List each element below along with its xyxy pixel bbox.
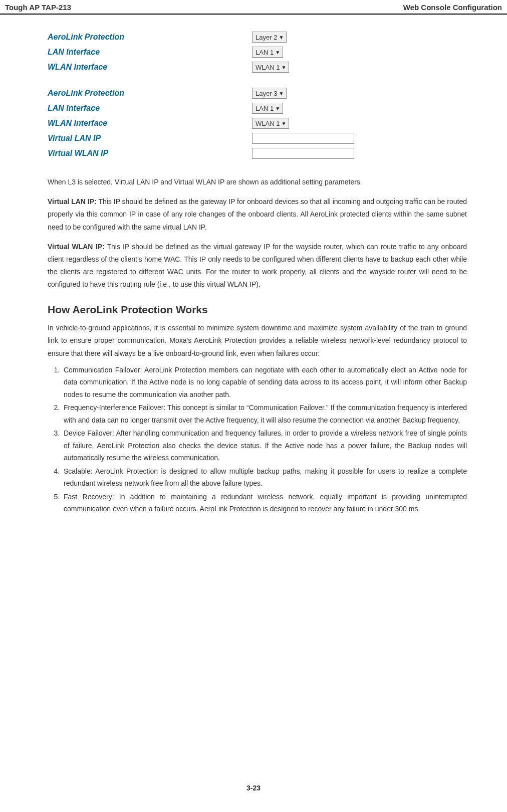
chevron-down-icon: ▼: [275, 106, 280, 111]
field-label: WLAN Interface: [48, 119, 252, 128]
field-label: LAN Interface: [48, 48, 252, 57]
aerolink-protection-select[interactable]: Layer 2 ▼: [252, 32, 287, 43]
header-left: Tough AP TAP-213: [5, 3, 71, 12]
field-label: Virtual LAN IP: [48, 134, 252, 143]
vwlan-label: Virtual WLAN IP:: [48, 243, 105, 251]
chevron-down-icon: ▼: [282, 121, 287, 126]
vlan-label: Virtual LAN IP:: [48, 197, 97, 206]
lan-interface-select[interactable]: LAN 1 ▼: [252, 47, 283, 58]
section-paragraph: In vehicle-to-ground applications, it is…: [48, 322, 467, 360]
wlan-interface-select[interactable]: WLAN 1 ▼: [252, 62, 289, 73]
paragraph-vwlan: Virtual WLAN IP: This IP should be defin…: [48, 241, 467, 291]
list-item: Device Failover: After handling communic…: [62, 427, 467, 464]
form-block-layer3: AeroLink Protection Layer 3 ▼ LAN Interf…: [48, 86, 467, 161]
form-row: Virtual WLAN IP: [48, 146, 467, 161]
list-item: Communication Failover: AeroLink Protect…: [62, 364, 467, 401]
body-text: When L3 is selected, Virtual LAN IP and …: [48, 176, 467, 515]
list-item: Frequency-Interference Failover: This co…: [62, 401, 467, 426]
lan-interface-select[interactable]: LAN 1 ▼: [252, 103, 283, 114]
select-value: LAN 1: [256, 49, 274, 56]
form-row: LAN Interface LAN 1 ▼: [48, 101, 467, 116]
field-label: Virtual WLAN IP: [48, 149, 252, 158]
field-label: AeroLink Protection: [48, 33, 252, 42]
field-label: AeroLink Protection: [48, 89, 252, 98]
form-row: AeroLink Protection Layer 3 ▼: [48, 86, 467, 101]
section-heading: How AeroLink Protection Works: [48, 300, 467, 319]
page: Tough AP TAP-213 Web Console Configurati…: [0, 0, 507, 812]
chevron-down-icon: ▼: [279, 91, 284, 96]
paragraph-vlan: Virtual LAN IP: This IP should be define…: [48, 195, 467, 234]
field-label: WLAN Interface: [48, 63, 252, 72]
chevron-down-icon: ▼: [282, 65, 287, 70]
wlan-interface-select[interactable]: WLAN 1 ▼: [252, 118, 289, 129]
virtual-wlan-ip-input[interactable]: [252, 148, 354, 159]
aerolink-protection-select[interactable]: Layer 3 ▼: [252, 88, 287, 99]
vlan-text: This IP should be defined as the gateway…: [48, 197, 467, 231]
form-block-layer2: AeroLink Protection Layer 2 ▼ LAN Interf…: [48, 30, 467, 75]
paragraph-intro: When L3 is selected, Virtual LAN IP and …: [48, 176, 467, 188]
page-number: 3-23: [0, 784, 507, 792]
list-item: Fast Recovery: In addition to maintainin…: [62, 491, 467, 515]
virtual-lan-ip-input[interactable]: [252, 133, 354, 144]
select-value: Layer 2: [256, 34, 277, 41]
form-row: Virtual LAN IP: [48, 131, 467, 146]
field-label: LAN Interface: [48, 104, 252, 113]
feature-list: Communication Failover: AeroLink Protect…: [48, 364, 467, 515]
chevron-down-icon: ▼: [275, 50, 280, 55]
form-row: WLAN Interface WLAN 1 ▼: [48, 116, 467, 131]
list-item: Scalable: AeroLink Protection is designe…: [62, 465, 467, 490]
content-area: AeroLink Protection Layer 2 ▼ LAN Interf…: [0, 15, 507, 515]
chevron-down-icon: ▼: [279, 35, 284, 40]
form-row: WLAN Interface WLAN 1 ▼: [48, 60, 467, 75]
form-row: AeroLink Protection Layer 2 ▼: [48, 30, 467, 45]
select-value: LAN 1: [256, 105, 274, 112]
select-value: Layer 3: [256, 90, 277, 97]
select-value: WLAN 1: [256, 120, 280, 127]
form-row: LAN Interface LAN 1 ▼: [48, 45, 467, 60]
header-right: Web Console Configuration: [403, 3, 502, 12]
select-value: WLAN 1: [256, 64, 280, 71]
page-header: Tough AP TAP-213 Web Console Configurati…: [0, 0, 507, 15]
vwlan-text: This IP should be defined as the virtual…: [48, 243, 467, 289]
